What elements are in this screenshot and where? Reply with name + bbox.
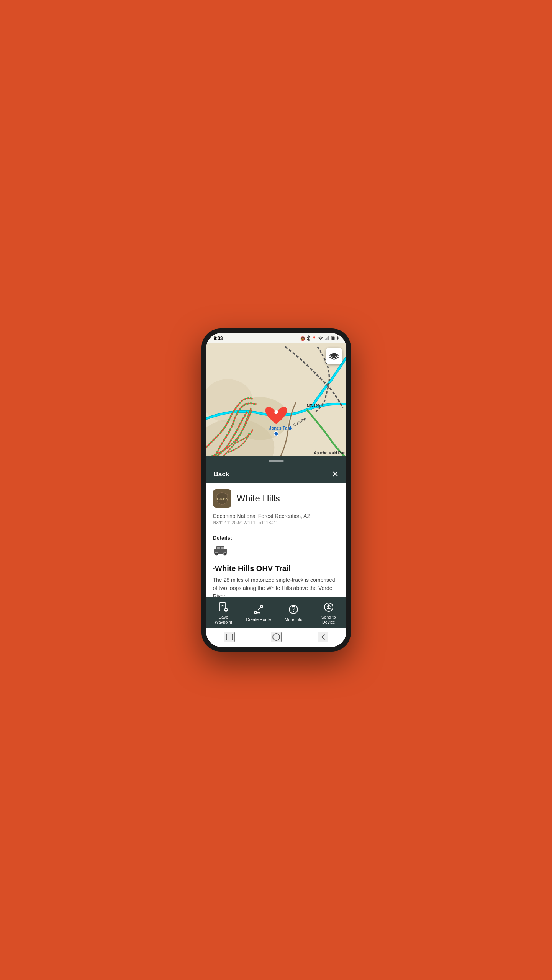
details-label: Details: xyxy=(213,535,339,541)
usfs-badge: U.S.F.S xyxy=(213,489,231,508)
trail-description: The 28 miles of motorized single-track i… xyxy=(213,576,339,597)
svg-rect-2 xyxy=(327,337,328,340)
location-icon: 📍 xyxy=(312,336,316,341)
status-icons: 🔕 📍 xyxy=(300,335,339,341)
place-subtitle: Coconino National Forest Recreation, AZ xyxy=(213,513,339,519)
nav-square-button[interactable] xyxy=(224,632,235,642)
back-button[interactable]: Back xyxy=(214,470,229,478)
nav-bar xyxy=(206,628,346,647)
bluetooth-icon xyxy=(306,335,310,341)
drag-handle-bar xyxy=(269,460,284,462)
create-route-label: Create Route xyxy=(246,617,271,622)
battery-icon xyxy=(331,336,339,341)
svg-rect-1 xyxy=(326,338,327,341)
svg-rect-0 xyxy=(325,339,326,340)
close-button[interactable]: ✕ xyxy=(332,469,339,479)
svg-point-40 xyxy=(273,634,280,640)
svg-rect-39 xyxy=(226,634,233,640)
map-area[interactable]: NF-120 Cornville Apache Maid Ranch Jones… xyxy=(206,343,346,466)
svg-text:U.S.F.S: U.S.F.S xyxy=(217,497,228,501)
svg-point-20 xyxy=(274,431,278,436)
save-waypoint-icon xyxy=(217,601,229,613)
phone-frame: 9:33 🔕 📍 xyxy=(201,328,351,652)
drag-handle[interactable] xyxy=(206,456,346,466)
place-name: White Hills xyxy=(237,493,280,504)
signal1-icon xyxy=(325,336,329,341)
svg-text:Apache Maid Ranch: Apache Maid Ranch xyxy=(314,451,346,455)
more-info-icon xyxy=(287,603,300,616)
status-time: 9:33 xyxy=(214,336,223,341)
svg-point-30 xyxy=(224,554,225,555)
more-info-label: More Info xyxy=(285,617,302,622)
vehicle-icon xyxy=(213,544,339,559)
svg-point-37 xyxy=(293,611,294,612)
svg-point-34 xyxy=(260,605,263,608)
status-bar: 9:33 🔕 📍 xyxy=(206,333,346,343)
send-to-device-button[interactable]: Send toDevice xyxy=(315,601,342,625)
wifi-icon xyxy=(318,336,323,341)
create-route-button[interactable]: Create Route xyxy=(245,603,272,622)
save-waypoint-label: SaveWaypoint xyxy=(215,615,232,625)
svg-rect-25 xyxy=(217,547,220,549)
nav-back-button[interactable] xyxy=(318,632,328,642)
content-area: U.S.F.S White Hills Coconino National Fo… xyxy=(206,483,346,597)
more-info-button[interactable]: More Info xyxy=(280,603,307,622)
svg-point-33 xyxy=(254,611,257,614)
svg-rect-3 xyxy=(328,336,329,341)
svg-rect-6 xyxy=(331,336,334,340)
create-route-icon xyxy=(252,603,265,616)
svg-point-29 xyxy=(216,554,217,555)
nav-circle-button[interactable] xyxy=(271,632,282,642)
place-coords: N34° 41' 25.9" W111° 51' 13.2" xyxy=(213,520,339,530)
layer-button[interactable] xyxy=(326,348,342,364)
svg-point-21 xyxy=(274,410,278,414)
action-bar: SaveWaypoint Create Route xyxy=(206,597,346,628)
trail-name: ·White Hills OHV Trail xyxy=(213,564,339,573)
svg-text:NF-120: NF-120 xyxy=(306,404,320,408)
svg-text:Jones Tank: Jones Tank xyxy=(269,426,293,430)
bell-icon: 🔕 xyxy=(300,336,305,341)
phone-screen: 9:33 🔕 📍 xyxy=(206,333,346,647)
svg-rect-26 xyxy=(221,547,224,549)
save-waypoint-button[interactable]: SaveWaypoint xyxy=(210,601,237,625)
svg-rect-5 xyxy=(337,337,338,339)
send-to-device-icon xyxy=(323,601,335,613)
place-header: U.S.F.S White Hills xyxy=(213,489,339,508)
send-to-device-label: Send toDevice xyxy=(321,615,336,625)
sheet-header: Back ✕ xyxy=(206,466,346,483)
